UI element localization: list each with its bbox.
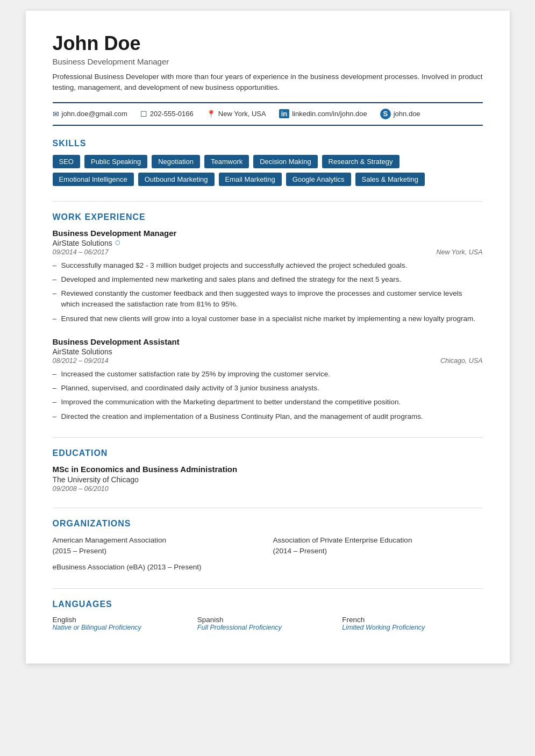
language-item: SpanishFull Professional Proficiency bbox=[197, 616, 338, 631]
org-item: American Management Association(2015 – P… bbox=[53, 535, 262, 557]
contact-phone: ☐ 202-555-0166 bbox=[140, 110, 194, 118]
linkedin-value: linkedin.com/in/john.doe bbox=[292, 110, 367, 118]
phone-value: 202-555-0166 bbox=[150, 110, 194, 118]
contact-skype: S john.doe bbox=[380, 109, 420, 119]
orgs-right-col: Association of Private Enterprise Educat… bbox=[273, 535, 483, 573]
phone-icon: ☐ bbox=[140, 110, 147, 118]
job-title: Business Development Manager bbox=[53, 229, 483, 238]
work-section-title: WORK EXPERIENCE bbox=[53, 212, 483, 222]
orgs-grid: American Management Association(2015 – P… bbox=[53, 535, 483, 573]
org-item: eBusiness Association (eBA) (2013 – Pres… bbox=[53, 562, 262, 573]
contact-linkedin: in linkedin.com/in/john.doe bbox=[279, 109, 367, 118]
contact-location: 📍 New York, USA bbox=[206, 110, 266, 118]
work-experience-section: WORK EXPERIENCE Business Development Man… bbox=[53, 212, 483, 422]
job-bullets: Successfully managed $2 - 3 million budg… bbox=[53, 260, 483, 324]
contact-email: ✉ john.doe@gmail.com bbox=[53, 110, 127, 118]
organizations-section: ORGANIZATIONS American Management Associ… bbox=[53, 519, 483, 573]
job-bullet: Reviewed constantly the customer feedbac… bbox=[53, 288, 483, 310]
contact-bar: ✉ john.doe@gmail.com ☐ 202-555-0166 📍 Ne… bbox=[53, 102, 483, 126]
skill-tag: Outbound Marketing bbox=[138, 173, 215, 186]
skill-tag: SEO bbox=[53, 155, 80, 168]
job-meta: 09/2014 – 06/2017New York, USA bbox=[53, 248, 483, 256]
edu-school: The University of Chicago bbox=[53, 475, 483, 484]
job-bullets: Increased the customer satisfaction rate… bbox=[53, 369, 483, 422]
edu-degree: MSc in Economics and Business Administra… bbox=[53, 465, 483, 474]
orgs-section-title: ORGANIZATIONS bbox=[53, 519, 483, 529]
jobs-container: Business Development ManagerAirState Sol… bbox=[53, 229, 483, 422]
job-entry: Business Development ManagerAirState Sol… bbox=[53, 229, 483, 324]
org-item: Association of Private Enterprise Educat… bbox=[273, 535, 483, 557]
education-section-title: EDUCATION bbox=[53, 448, 483, 458]
education-divider bbox=[53, 437, 483, 438]
location-icon: 📍 bbox=[206, 110, 216, 118]
skill-tag: Google Analytics bbox=[286, 173, 351, 186]
skill-tag: Public Speaking bbox=[84, 155, 147, 168]
skill-tag: Emotional Intelligence bbox=[53, 173, 134, 186]
job-dates: 08/2012 – 09/2014 bbox=[53, 357, 109, 365]
email-icon: ✉ bbox=[53, 110, 59, 118]
languages-divider bbox=[53, 588, 483, 589]
skills-row-1: SEOPublic SpeakingNegotiationTeamworkDec… bbox=[53, 155, 483, 168]
job-meta: 08/2012 – 09/2014Chicago, USA bbox=[53, 357, 483, 365]
language-level: Limited Working Proficiency bbox=[342, 624, 482, 631]
languages-section-title: LANGUAGES bbox=[53, 600, 483, 609]
candidate-title: Business Development Manager bbox=[53, 57, 483, 66]
language-name: Spanish bbox=[197, 616, 338, 624]
job-location: Chicago, USA bbox=[440, 357, 483, 365]
job-title: Business Development Assistant bbox=[53, 337, 483, 346]
skype-icon: S bbox=[380, 109, 391, 119]
education-section: EDUCATION MSc in Economics and Business … bbox=[53, 448, 483, 493]
language-name: French bbox=[342, 616, 482, 624]
languages-section: LANGUAGES EnglishNative or Bilingual Pro… bbox=[53, 600, 483, 631]
linkedin-icon: in bbox=[279, 109, 290, 118]
edu-dates: 09/2008 – 06/2010 bbox=[53, 485, 483, 493]
job-bullet: Directed the creation and implementation… bbox=[53, 411, 483, 422]
job-bullet: Increased the customer satisfaction rate… bbox=[53, 369, 483, 380]
skills-section: SKILLS SEOPublic SpeakingNegotiationTeam… bbox=[53, 139, 483, 186]
orgs-divider bbox=[53, 508, 483, 508]
job-bullet: Ensured that new clients will grow into … bbox=[53, 313, 483, 324]
skype-value: john.doe bbox=[394, 110, 420, 118]
language-name: English bbox=[53, 616, 193, 624]
language-level: Full Professional Proficiency bbox=[197, 624, 338, 631]
language-item: FrenchLimited Working Proficiency bbox=[342, 616, 482, 631]
job-location: New York, USA bbox=[437, 248, 483, 256]
job-bullet: Improved the communication with the Mark… bbox=[53, 397, 483, 408]
skills-divider bbox=[53, 201, 483, 202]
job-company: AirState Solutions⬡ bbox=[53, 239, 483, 247]
candidate-summary: Professional Business Developer with mor… bbox=[53, 72, 483, 94]
job-bullet: Developed and implemented new marketing … bbox=[53, 274, 483, 285]
job-bullet: Planned, supervised, and coordinated dai… bbox=[53, 383, 483, 394]
header-section: John Doe Business Development Manager Pr… bbox=[53, 32, 483, 94]
orgs-left-col: American Management Association(2015 – P… bbox=[53, 535, 262, 573]
job-dates: 09/2014 – 06/2017 bbox=[53, 248, 109, 256]
language-item: EnglishNative or Bilingual Proficiency bbox=[53, 616, 193, 631]
skill-tag: Email Marketing bbox=[219, 173, 282, 186]
location-value: New York, USA bbox=[218, 110, 266, 118]
languages-grid: EnglishNative or Bilingual ProficiencySp… bbox=[53, 616, 483, 631]
skills-row-2: Emotional IntelligenceOutbound Marketing… bbox=[53, 173, 483, 186]
skill-tag: Teamwork bbox=[204, 155, 249, 168]
job-company: AirState Solutions bbox=[53, 347, 483, 356]
skill-tag: Sales & Marketing bbox=[355, 173, 425, 186]
external-link-icon[interactable]: ⬡ bbox=[115, 239, 120, 246]
language-level: Native or Bilingual Proficiency bbox=[53, 624, 193, 631]
resume-container: John Doe Business Development Manager Pr… bbox=[26, 11, 510, 664]
candidate-name: John Doe bbox=[53, 32, 483, 55]
skill-tag: Research & Strategy bbox=[322, 155, 400, 168]
email-value: john.doe@gmail.com bbox=[62, 110, 127, 118]
skills-section-title: SKILLS bbox=[53, 139, 483, 148]
job-entry: Business Development AssistantAirState S… bbox=[53, 337, 483, 422]
skill-tag: Negotiation bbox=[152, 155, 200, 168]
skill-tag: Decision Making bbox=[253, 155, 317, 168]
job-bullet: Successfully managed $2 - 3 million budg… bbox=[53, 260, 483, 271]
